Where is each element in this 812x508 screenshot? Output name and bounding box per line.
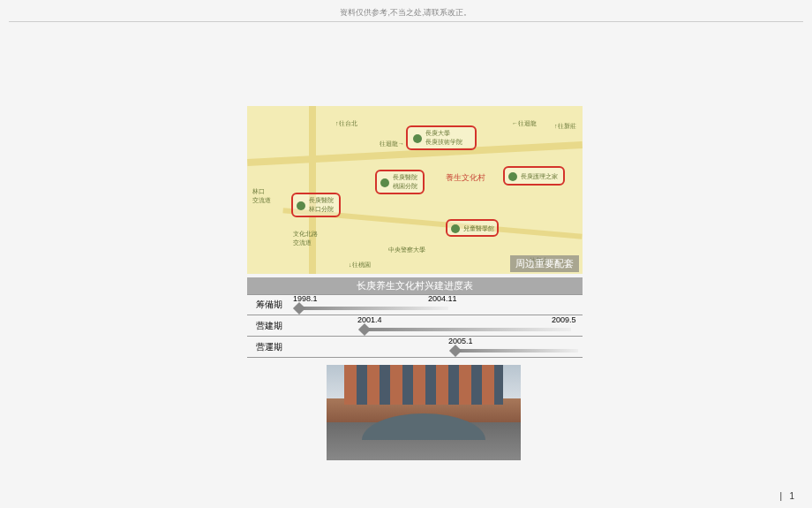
header-divider: [9, 21, 803, 22]
timeline-row: 营運期 2005.1: [247, 337, 583, 358]
page-number: | 1: [779, 491, 794, 501]
map-dot-icon: [413, 134, 422, 143]
main-content: 長庚大學長庚技術学院 長庚護理之家 長庚醫院桃園分院 長庚醫院林口分院 兒童醫學…: [247, 106, 600, 460]
timeline-start-date: 1998.1: [293, 294, 318, 303]
map-dot-icon: [380, 178, 389, 187]
header-disclaimer: 资料仅供参考,不当之处,请联系改正。: [0, 7, 812, 19]
map-dot-icon: [297, 201, 305, 210]
timeline-phase-label: 营運期: [247, 339, 291, 355]
timeline-row: 筹備期 1998.1 2004.11: [247, 294, 583, 315]
map-culture-village-label: 養生文化村: [446, 172, 485, 184]
map-marker-label: 兒童醫學館: [463, 224, 494, 233]
timeline-start-date: 2005.1: [448, 337, 473, 345]
map-side-label: 文化北路交流道: [293, 230, 318, 247]
photo-building-facade: [344, 365, 503, 405]
location-map: 長庚大學長庚技術学院 長庚護理之家 長庚醫院桃園分院 長庚醫院林口分院 兒童醫學…: [247, 106, 583, 274]
timeline-phase-label: 筹備期: [247, 297, 291, 313]
map-side-label: 往迴龍→: [380, 140, 404, 148]
timeline-title: 长庚养生文化村兴建进度表: [247, 277, 583, 294]
map-marker: 長庚醫院桃園分院: [375, 170, 425, 194]
map-side-label: 中央警察大學: [388, 246, 425, 254]
map-marker-label: 長庚大學長庚技術学院: [425, 129, 462, 147]
timeline-end-date: 2009.5: [552, 315, 576, 324]
page-num-value: 1: [789, 491, 794, 501]
map-marker: 長庚醫院林口分院: [291, 193, 341, 217]
timeline-row: 营建期 2001.4 2009.5: [247, 315, 583, 337]
map-marker-label: 長庚醫院桃園分院: [393, 173, 417, 191]
timeline-track: 1998.1 2004.11: [291, 294, 583, 315]
timeline-phase-label: 营建期: [247, 318, 291, 334]
timeline-bar: [298, 307, 448, 310]
map-dot-icon: [508, 172, 517, 181]
building-photo: [327, 365, 521, 460]
timeline-track: 2001.4 2009.5: [291, 315, 583, 337]
map-marker: 兒童醫學館: [446, 219, 499, 237]
construction-timeline: 筹備期 1998.1 2004.11 营建期 2001.4 2009.5 营運期…: [247, 294, 583, 358]
map-marker: 長庚護理之家: [503, 166, 565, 186]
timeline-bar: [364, 328, 571, 331]
map-marker-label: 長庚護理之家: [521, 172, 558, 181]
map-caption: 周边重要配套: [510, 255, 579, 272]
map-side-label: ↑往新莊: [554, 122, 576, 131]
timeline-end-date: 2004.11: [428, 294, 457, 303]
map-dot-icon: [451, 224, 460, 233]
timeline-track: 2005.1: [291, 337, 583, 358]
map-side-label: ↓往桃園: [349, 261, 371, 269]
map-side-label: ←往迴龍: [512, 119, 537, 128]
map-marker: 長庚大學長庚技術学院: [406, 125, 477, 150]
map-side-label: 林口交流道: [252, 187, 271, 205]
map-road: [309, 106, 316, 274]
photo-entrance-awning: [362, 413, 485, 440]
map-marker-label: 長庚醫院林口分院: [309, 196, 334, 214]
page-sep: |: [779, 491, 782, 501]
map-side-label: ↑往台北: [335, 119, 357, 128]
timeline-start-date: 2001.4: [357, 315, 382, 324]
timeline-bar: [455, 349, 578, 353]
